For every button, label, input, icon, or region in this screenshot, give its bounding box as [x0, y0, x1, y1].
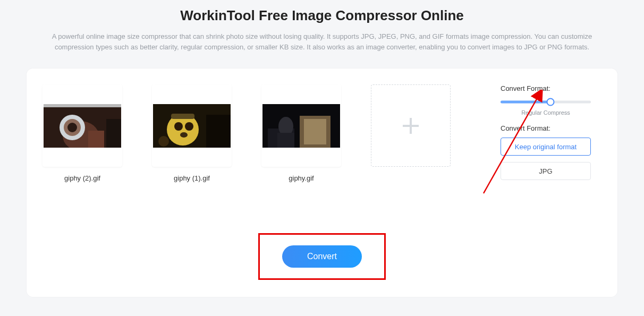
- image-icon: [153, 104, 231, 148]
- compress-label: Convert Format:: [501, 84, 601, 92]
- svg-point-11: [185, 122, 193, 131]
- svg-rect-19: [304, 119, 326, 144]
- svg-point-15: [158, 136, 169, 147]
- thumbnail[interactable]: [152, 84, 232, 167]
- svg-point-5: [67, 123, 77, 132]
- convert-area: Convert: [27, 233, 617, 280]
- page-description: A powerful online image size compressor …: [32, 31, 612, 53]
- svg-rect-6: [88, 131, 104, 148]
- svg-rect-1: [44, 104, 121, 107]
- add-file-button[interactable]: [371, 84, 451, 167]
- file-name: giphy (1).gif: [174, 174, 210, 182]
- svg-point-12: [180, 132, 188, 138]
- settings-sidebar: Convert Format: Regular Compress Convert…: [501, 84, 601, 186]
- slider-thumb-icon[interactable]: [546, 98, 554, 106]
- image-icon: [262, 104, 340, 148]
- image-icon: [44, 104, 121, 148]
- svg-point-10: [174, 122, 183, 131]
- svg-rect-13: [171, 114, 194, 119]
- file-name: giphy.gif: [289, 174, 313, 182]
- svg-rect-23: [403, 125, 419, 127]
- slider-caption: Regular Compress: [501, 109, 591, 116]
- convert-button[interactable]: Convert: [282, 245, 362, 268]
- svg-rect-21: [277, 133, 294, 148]
- file-name: giphy (2).gif: [64, 174, 100, 182]
- file-item: giphy (1).gif: [152, 84, 232, 182]
- plus-icon: [402, 117, 420, 135]
- annotation-highlight: Convert: [258, 233, 386, 280]
- add-file: [371, 84, 451, 167]
- main-card: giphy (2).gif: [27, 69, 617, 297]
- file-item: giphy.gif: [261, 84, 341, 182]
- file-item: giphy (2).gif: [43, 84, 122, 182]
- format-jpg-button[interactable]: JPG: [501, 162, 591, 180]
- svg-rect-14: [206, 115, 231, 148]
- file-area: giphy (2).gif: [43, 84, 490, 186]
- format-label: Convert Format:: [501, 124, 601, 132]
- thumbnail[interactable]: [43, 84, 122, 167]
- svg-rect-7: [106, 119, 121, 148]
- format-keep-button[interactable]: Keep original format: [501, 138, 591, 156]
- compress-slider[interactable]: [501, 98, 591, 106]
- thumbnail[interactable]: [261, 84, 341, 167]
- page-title: WorkinTool Free Image Compressor Online: [0, 0, 644, 31]
